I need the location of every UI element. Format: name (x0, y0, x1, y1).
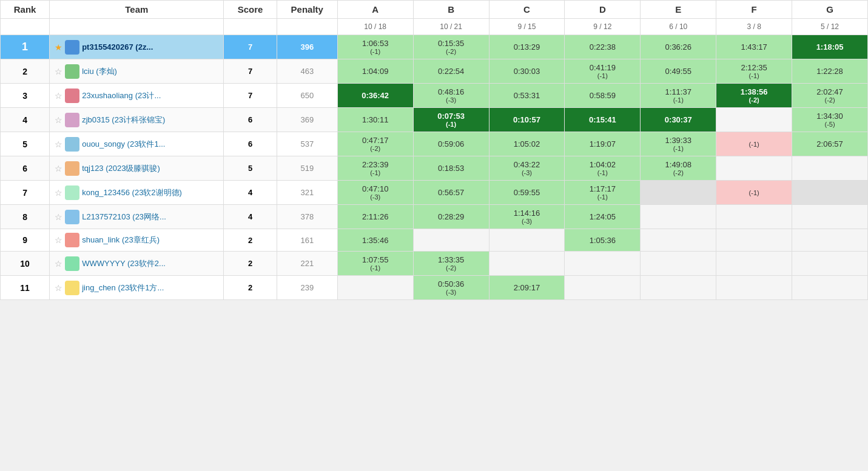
cell-penalty-value: (-1) (340, 48, 411, 55)
team-cell[interactable]: ☆23xushaoliang (23计... (50, 84, 224, 108)
problem-cell (489, 252, 565, 276)
problem-cell (641, 252, 716, 276)
problem-cell: 0:15:35(-2) (413, 35, 489, 59)
problem-cell: 1:04:09 (337, 59, 413, 84)
cell-penalty-value: (-2) (795, 96, 865, 104)
prob-a-ratio: 10 / 18 (337, 19, 413, 35)
penalty-cell: 239 (277, 276, 337, 300)
table-row: 7☆kong_123456 (23软2谢明德)43210:47:10(-3)0:… (1, 181, 868, 205)
avatar (65, 89, 79, 103)
problem-cell: 1:05:02 (489, 132, 565, 156)
star-icon[interactable]: ☆ (55, 212, 62, 222)
cell-time: 0:56:57 (416, 188, 486, 197)
team-name-label: L2137572103 (23网络... (82, 212, 166, 222)
team-cell[interactable]: ☆ouou_songy (23软件1... (50, 132, 224, 156)
problem-cell: 1:34:30(-5) (792, 108, 868, 132)
problem-cell (716, 229, 792, 252)
problem-cell: 1:18:05 (792, 35, 868, 59)
team-cell[interactable]: ☆shuan_link (23章红兵) (50, 229, 224, 252)
table-row: 10☆WWWYYYY (23软件2...22211:07:55(-1)1:33:… (1, 252, 868, 276)
cell-time: 0:10:57 (492, 115, 562, 124)
problem-cell: 0:36:26 (641, 35, 716, 59)
problem-cell: 1:06:53(-1) (337, 35, 413, 59)
problem-cell: 1:38:56(-2) (716, 84, 792, 108)
cell-penalty-value: (-1) (719, 189, 789, 196)
scoreboard-container: Rank Team Score Penalty A B C D E F G 10… (0, 0, 868, 300)
cell-time: 1:24:05 (567, 212, 638, 221)
problem-cell: 1:05:36 (565, 229, 641, 252)
problem-cell: 0:30:37 (641, 108, 716, 132)
star-icon[interactable]: ☆ (55, 91, 62, 101)
problem-cell: 1:19:07 (565, 132, 641, 156)
star-icon[interactable]: ☆ (55, 139, 62, 149)
prob-a-header: A (337, 1, 413, 19)
cell-penalty-value: (-1) (416, 121, 486, 128)
problem-cell: 1:39:33(-1) (641, 132, 716, 156)
cell-penalty-value: (-2) (416, 264, 486, 272)
cell-time: 0:47:10 (340, 184, 411, 193)
avatar (65, 185, 79, 200)
problem-cell: 1:04:02(-1) (565, 156, 641, 181)
star-icon[interactable]: ☆ (55, 67, 62, 76)
team-cell[interactable]: ☆L2137572103 (23网络... (50, 205, 224, 229)
team-cell[interactable]: ☆zjb0315 (23计科张锦宝) (50, 108, 224, 132)
team-cell[interactable]: ☆tqj123 (2023级滕骐骏) (50, 156, 224, 181)
team-name-label: lciu (李灿) (82, 66, 117, 77)
team-name-label: 23xushaoliang (23计... (82, 90, 161, 101)
problem-cell: 0:30:03 (489, 59, 565, 84)
cell-penalty-value: (-2) (719, 96, 789, 104)
cell-time: 1:35:46 (340, 236, 411, 245)
cell-time: 1:22:28 (795, 67, 865, 76)
problem-cell: 0:49:55 (641, 59, 716, 84)
cell-time: 0:53:31 (492, 91, 562, 100)
table-row: 9☆shuan_link (23章红兵)21611:35:461:05:36 (1, 229, 868, 252)
cell-time: 0:15:41 (567, 115, 638, 124)
problem-cell: 1:22:28 (792, 59, 868, 84)
prob-e-ratio: 6 / 10 (641, 19, 716, 35)
score-sub (224, 19, 277, 35)
score-cell: 6 (224, 108, 277, 132)
cell-time: 2:02:47 (795, 87, 865, 96)
cell-time: 0:30:03 (492, 67, 562, 76)
cell-penalty-value: (-5) (795, 121, 865, 128)
star-icon[interactable]: ☆ (55, 235, 62, 245)
cell-penalty-value: (-3) (416, 96, 486, 104)
cell-time: 0:36:42 (340, 91, 411, 100)
star-icon[interactable]: ★ (55, 42, 62, 52)
problem-cell: 0:56:57 (413, 181, 489, 205)
problem-cell: 1:35:46 (337, 229, 413, 252)
star-icon[interactable]: ☆ (55, 188, 62, 198)
star-icon[interactable]: ☆ (55, 283, 62, 293)
cell-penalty-value: (-1) (340, 264, 411, 272)
cell-penalty-value: (-2) (643, 169, 713, 176)
penalty-cell: 221 (277, 252, 337, 276)
problem-cell (489, 229, 565, 252)
cell-penalty-value: (-3) (340, 193, 411, 201)
avatar (65, 281, 79, 295)
rank-cell: 11 (1, 276, 50, 300)
star-icon[interactable]: ☆ (55, 115, 62, 125)
penalty-cell: 321 (277, 181, 337, 205)
team-cell[interactable]: ☆jing_chen (23软件1方... (50, 276, 224, 300)
score-cell: 2 (224, 229, 277, 252)
star-icon[interactable]: ☆ (55, 259, 62, 269)
cell-time: 1:33:35 (416, 255, 486, 264)
team-cell[interactable]: ☆WWWYYYY (23软件2... (50, 252, 224, 276)
problem-cell (565, 252, 641, 276)
prob-f-ratio: 3 / 8 (716, 19, 792, 35)
star-icon[interactable]: ☆ (55, 164, 62, 173)
problem-cell (716, 156, 792, 181)
avatar (65, 113, 79, 127)
cell-time: 0:15:35 (416, 39, 486, 48)
team-cell[interactable]: ☆kong_123456 (23软2谢明德) (50, 181, 224, 205)
avatar (65, 161, 79, 176)
prob-c-ratio: 9 / 15 (489, 19, 565, 35)
team-name-label: ouou_songy (23软件1... (82, 139, 165, 150)
team-cell[interactable]: ☆lciu (李灿) (50, 59, 224, 84)
cell-penalty-value: (-3) (416, 289, 486, 296)
problem-cell: 0:43:22(-3) (489, 156, 565, 181)
cell-time: 0:48:16 (416, 87, 486, 96)
cell-time: 1:04:09 (340, 67, 411, 76)
problem-cell: 0:10:57 (489, 108, 565, 132)
team-cell[interactable]: ★pt3155420267 (2z... (50, 35, 224, 59)
